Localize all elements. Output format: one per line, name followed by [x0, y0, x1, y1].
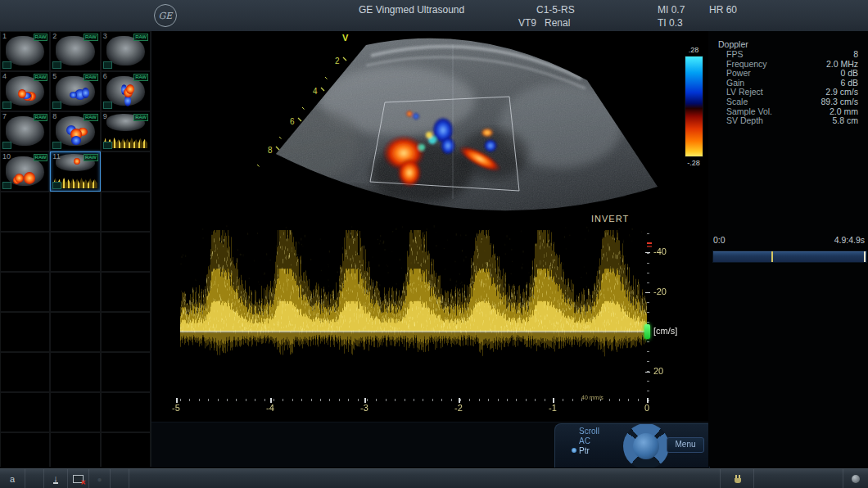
doppler-parameter-row: FPS8 [726, 50, 858, 60]
velocity-axis-label: -20 [653, 287, 667, 296]
status-indicator: ● [89, 469, 111, 488]
thumbnail-empty [50, 312, 100, 352]
thumbnail-empty [0, 392, 50, 432]
thumbnail-1[interactable]: 1RAW [0, 31, 50, 71]
raw-badge: RAW [34, 154, 48, 161]
thumbnail-7[interactable]: 7RAW [0, 111, 50, 151]
clipboard-sidebar: 1RAW2RAW3RAW4RAW5RAW6RAW7RAW8RAW9RAW10RA… [0, 31, 151, 467]
probe-name: C1-5-RS [536, 4, 575, 16]
hr-marker-tick [647, 242, 652, 244]
color-scale-max: .28 [680, 46, 708, 54]
clip-type-icon [52, 61, 61, 69]
velocity-axis-label: -40 [653, 246, 667, 256]
clip-type-icon [2, 182, 11, 189]
thumbnail-empty [50, 432, 100, 467]
parameter-label: FPS [726, 50, 743, 60]
spectral-doppler-display[interactable] [180, 225, 647, 403]
thumbnail-empty [50, 272, 100, 312]
trackball-mode-scroll[interactable]: Scroll [572, 427, 599, 436]
ti-value: TI 0.3 [658, 17, 683, 29]
import-button[interactable]: ↓ [44, 469, 68, 488]
thumbnail-4[interactable]: 4RAW [0, 71, 50, 111]
raw-badge: RAW [84, 34, 98, 41]
thumbnail-5[interactable]: 5RAW [50, 71, 100, 111]
thumbnail-10[interactable]: 10RAW [0, 151, 50, 192]
timeline-position-marker[interactable] [771, 251, 773, 262]
invert-label: INVERT [591, 214, 629, 224]
doppler-panel-title: Doppler [718, 39, 748, 49]
timeline-start: 0:0 [713, 235, 726, 245]
svg-text:4: 4 [313, 87, 318, 96]
thumbnail-empty [0, 192, 50, 232]
thumbnail-empty [101, 232, 151, 272]
ge-logo: GE [154, 4, 177, 27]
trackball[interactable] [622, 424, 670, 468]
raw-badge: RAW [133, 34, 148, 41]
parameter-label: Scale [726, 97, 748, 107]
preset-name: Renal [545, 17, 570, 29]
clip-type-icon [52, 142, 61, 149]
baseline-cursor[interactable] [644, 324, 650, 339]
thumbnail-empty [101, 312, 151, 352]
menu-button[interactable]: Menu [667, 437, 704, 453]
raw-badge: RAW [84, 114, 98, 121]
svg-text:8: 8 [268, 146, 273, 155]
ultrasound-application: GE GE Vingmed Ultrasound C1-5-RS VT9Rena… [0, 0, 868, 488]
doppler-parameter-list: FPS8Frequency2.0 MHzPower0 dBGain6 dBLV … [726, 50, 858, 126]
network-disconnected-icon [73, 475, 84, 483]
probe-connect-button[interactable] [721, 469, 754, 488]
active-mode-dot [572, 448, 576, 453]
hr-marker-tick2 [647, 246, 652, 247]
clip-type-icon [52, 102, 61, 109]
time-axis-label: -2 [449, 403, 468, 413]
raw-badge: RAW [34, 114, 48, 121]
thumbnail-11[interactable]: 11RAW [50, 151, 100, 192]
thumbnail-empty [50, 352, 100, 392]
thumbnail-6[interactable]: 6RAW [101, 71, 151, 111]
raw-badge: RAW [84, 74, 98, 81]
thumbnail-8[interactable]: 8RAW [50, 111, 100, 151]
thumbnail-empty [101, 151, 151, 192]
time-axis-label: -1 [543, 403, 563, 413]
raw-badge: RAW [34, 74, 48, 81]
cine-timeline-bar[interactable] [712, 251, 867, 263]
statusbar-spacer1 [25, 469, 44, 488]
thumbnail-empty [101, 352, 151, 392]
parameters-panel: Doppler FPS8Frequency2.0 MHzPower0 dBGai… [708, 31, 868, 467]
text-mode-indicator: a [0, 469, 25, 488]
probe-model: VT9 [518, 17, 536, 29]
svg-text:6: 6 [290, 117, 295, 126]
color-flow-signals [382, 111, 504, 188]
doppler-parameter-row: Power0 dB [726, 69, 858, 79]
raw-badge: RAW [133, 74, 148, 81]
trackball-mode-ptr[interactable]: Ptr [572, 446, 599, 456]
doppler-parameter-row: Scale89.3 cm/s [726, 97, 858, 107]
trackball-control-panel: ScrollACPtr Menu [554, 423, 710, 468]
color-scale: .28 -.28 [680, 46, 708, 167]
statusbar-spacer3 [129, 469, 721, 488]
parameter-value: 5.8 cm [832, 116, 858, 126]
trackball-mode-labels: ScrollACPtr [572, 427, 599, 456]
thumbnail-empty [0, 232, 50, 272]
statusbar-spacer4 [754, 469, 843, 488]
download-icon: ↓ [53, 474, 58, 484]
clip-type-icon [52, 182, 61, 189]
depth-scale: 2468 [257, 56, 346, 167]
velocity-axis-label: 20 [653, 366, 663, 376]
dim-status-icon: ● [97, 475, 102, 484]
header-bar: GE GE Vingmed Ultrasound C1-5-RS VT9Rena… [0, 0, 868, 32]
time-axis-label: -5 [166, 403, 186, 413]
thumbnail-9[interactable]: 9RAW [101, 111, 151, 151]
system-status-button[interactable] [843, 469, 868, 488]
timeline-end: 4.9:4.9s [834, 235, 865, 245]
clip-type-icon [103, 61, 112, 69]
parameter-value: 89.3 cm/s [821, 97, 858, 107]
network-status-button[interactable] [68, 469, 89, 488]
color-roi-box [370, 97, 519, 191]
thumbnail-2[interactable]: 2RAW [50, 31, 100, 71]
main-display[interactable]: V 2468 .28 -.28 INVERT -5-4-3-2-10-40-20… [151, 31, 708, 467]
thumbnail-empty [101, 392, 151, 432]
trackball-mode-ac[interactable]: AC [572, 436, 599, 446]
parameter-value: 8 [853, 50, 858, 60]
thumbnail-3[interactable]: 3RAW [101, 31, 151, 71]
